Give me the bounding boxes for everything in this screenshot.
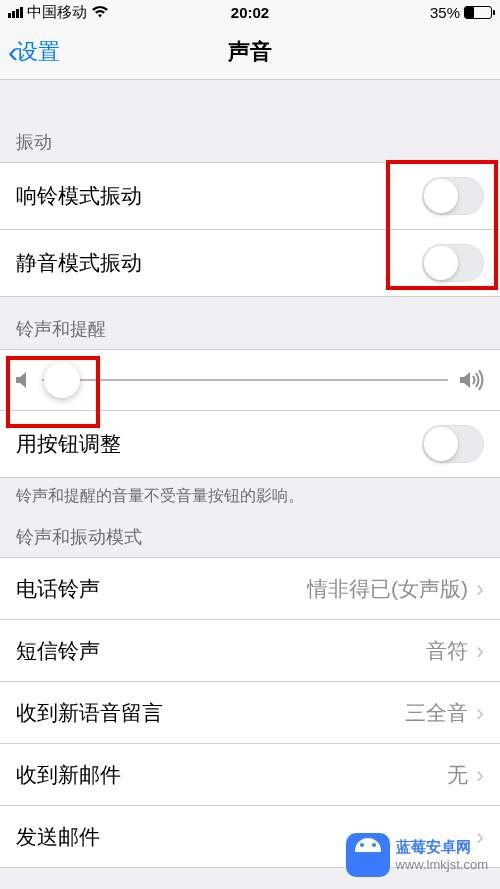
battery-icon — [464, 6, 492, 19]
nav-bar: ‹ 设置 声音 — [0, 24, 500, 80]
speaker-low-icon — [16, 371, 30, 389]
signal-icon — [8, 7, 23, 18]
button-adjust-list: 用按钮调整 — [0, 411, 500, 478]
button-adjust-label: 用按钮调整 — [16, 430, 121, 458]
ring-vibrate-toggle[interactable] — [422, 177, 484, 215]
page-title: 声音 — [228, 37, 272, 67]
chevron-right-icon: › — [476, 575, 484, 603]
watermark-url: www.lmkjst.com — [396, 857, 488, 872]
chevron-right-icon: › — [476, 637, 484, 665]
carrier-label: 中国移动 — [27, 3, 87, 22]
button-adjust-toggle[interactable] — [422, 425, 484, 463]
ring-vibrate-row: 响铃模式振动 — [0, 163, 500, 230]
back-button[interactable]: ‹ 设置 — [8, 37, 60, 67]
ring-vibrate-label: 响铃模式振动 — [16, 182, 142, 210]
status-left: 中国移动 — [8, 3, 109, 22]
patterns-list: 电话铃声 情非得已(女声版) › 短信铃声 音符 › 收到新语音留言 三全音 ›… — [0, 557, 500, 868]
new-mail-label: 收到新邮件 — [16, 761, 121, 789]
silent-vibrate-row: 静音模式振动 — [0, 230, 500, 297]
phone-ringtone-label: 电话铃声 — [16, 575, 100, 603]
chevron-right-icon: › — [476, 699, 484, 727]
watermark: 蓝莓安卓网 www.lmkjst.com — [346, 833, 488, 877]
new-mail-value: 无 — [447, 761, 468, 789]
vibration-list: 响铃模式振动 静音模式振动 — [0, 162, 500, 297]
volume-slider-row — [0, 349, 500, 411]
slider-thumb[interactable] — [44, 362, 80, 398]
send-mail-label: 发送邮件 — [16, 823, 100, 851]
sms-ringtone-label: 短信铃声 — [16, 637, 100, 665]
voicemail-row[interactable]: 收到新语音留言 三全音 › — [0, 682, 500, 744]
voicemail-label: 收到新语音留言 — [16, 699, 163, 727]
phone-ringtone-value: 情非得已(女声版) — [307, 575, 468, 603]
status-right: 35% — [430, 4, 492, 21]
section-header-vibration: 振动 — [0, 110, 500, 162]
silent-vibrate-toggle[interactable] — [422, 244, 484, 282]
watermark-title: 蓝莓安卓网 — [396, 838, 488, 857]
silent-vibrate-label: 静音模式振动 — [16, 249, 142, 277]
button-adjust-row: 用按钮调整 — [0, 411, 500, 478]
new-mail-row[interactable]: 收到新邮件 无 › — [0, 744, 500, 806]
volume-slider[interactable] — [42, 379, 448, 381]
status-bar: 中国移动 20:02 35% — [0, 0, 500, 24]
sms-ringtone-row[interactable]: 短信铃声 音符 › — [0, 620, 500, 682]
ringtone-footer: 铃声和提醒的音量不受音量按钮的影响。 — [0, 478, 500, 517]
section-header-patterns: 铃声和振动模式 — [0, 517, 500, 557]
wifi-icon — [91, 6, 109, 19]
status-time: 20:02 — [231, 4, 269, 21]
speaker-high-icon — [460, 370, 484, 390]
chevron-right-icon: › — [476, 761, 484, 789]
back-label: 设置 — [16, 37, 60, 67]
section-header-ringtone: 铃声和提醒 — [0, 297, 500, 349]
battery-percent: 35% — [430, 4, 460, 21]
voicemail-value: 三全音 — [405, 699, 468, 727]
watermark-icon — [346, 833, 390, 877]
sms-ringtone-value: 音符 — [426, 637, 468, 665]
phone-ringtone-row[interactable]: 电话铃声 情非得已(女声版) › — [0, 558, 500, 620]
